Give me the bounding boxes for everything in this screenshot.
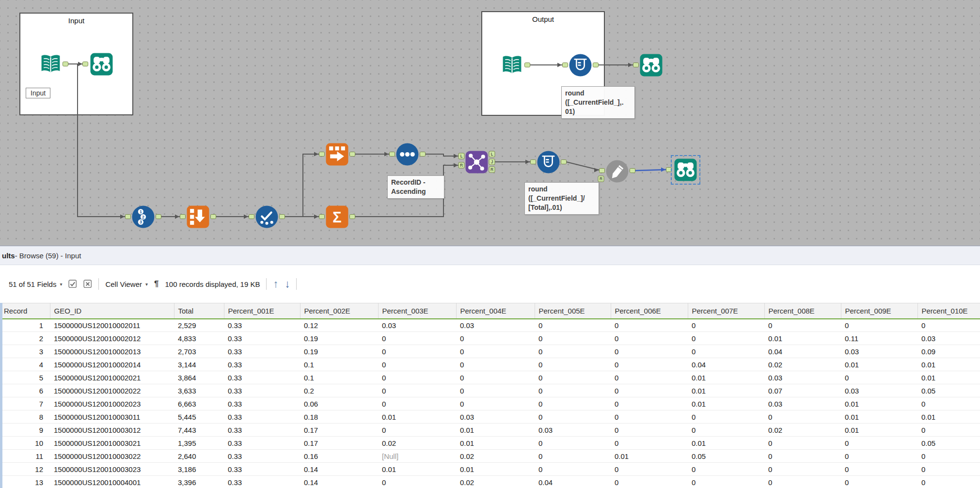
cell: 0.05	[917, 437, 980, 450]
workflow-canvas[interactable]: Input Output LRLJRR 1 2 3 Σ	[0, 0, 980, 246]
table-row[interactable]: 131500000US1200100040013,3960.330.1400.0…	[0, 476, 980, 488]
cell: 0.02	[764, 358, 841, 371]
binoculars-icon	[639, 53, 663, 77]
table-row[interactable]: 41500000US1200100020143,1440.330.100000.…	[0, 358, 980, 371]
input-ghost-label[interactable]: Input	[26, 88, 50, 98]
sort-annotation[interactable]: RecordID - Ascending	[387, 175, 444, 199]
summarize-tool[interactable]: Σ	[325, 205, 349, 229]
column-header-percent_003e[interactable]: Percent_003E	[378, 303, 456, 319]
table-row[interactable]: 121500000US1200100030233,1860.330.140.01…	[0, 463, 980, 476]
column-header-percent_002e[interactable]: Percent_002E	[300, 303, 378, 319]
cell: 9	[0, 424, 50, 437]
browse-output-tool[interactable]	[639, 53, 663, 77]
browse-input-tool[interactable]	[90, 52, 113, 76]
table-row[interactable]: 21500000US1200100020124,8330.330.1900000…	[0, 332, 980, 345]
join-tool[interactable]	[465, 150, 489, 174]
fields-selector-dropdown[interactable]: 51 of 51 Fields ▾	[9, 280, 62, 288]
cell: 5	[0, 371, 50, 384]
cross-tab-tool[interactable]	[325, 142, 349, 166]
table-row[interactable]: 51500000US1200100020213,8640.330.100000.…	[0, 371, 980, 384]
cell: 0.33	[224, 424, 300, 437]
column-header-percent_006e[interactable]: Percent_006E	[611, 303, 688, 319]
cell: 6,663	[174, 397, 224, 410]
cell: 10	[0, 437, 50, 450]
table-row[interactable]: 111500000US1200100030222,6400.330.16[Nul…	[0, 450, 980, 463]
cell: 0.03	[841, 384, 917, 397]
deselect-all-fields-icon[interactable]	[83, 280, 92, 288]
cell: 0.19	[300, 332, 378, 345]
output-formula-tool[interactable]	[569, 53, 592, 77]
cell: 0	[764, 463, 841, 476]
svg-text:R: R	[460, 163, 463, 168]
data-table[interactable]: RecordGEO_IDTotalPercent_001EPercent_002…	[0, 303, 980, 488]
cell: 0.03	[456, 410, 535, 424]
beaker-icon	[569, 53, 592, 77]
table-row[interactable]: 71500000US1200100020236,6630.330.0600000…	[0, 397, 980, 410]
table-row[interactable]: 101500000US1200100030211,3950.330.170.02…	[0, 437, 980, 450]
record-id-tool[interactable]: 1 2 3	[131, 205, 155, 229]
browse-selected-tool[interactable]	[674, 158, 697, 182]
cell: 12	[0, 463, 50, 476]
scroll-up-icon[interactable]: ↑	[273, 279, 278, 289]
scroll-down-icon[interactable]: ↓	[285, 279, 290, 289]
column-header-total[interactable]: Total	[174, 303, 224, 319]
results-grid[interactable]: RecordGEO_IDTotalPercent_001EPercent_002…	[0, 303, 980, 488]
output-data-tool[interactable]	[500, 53, 524, 77]
column-header-percent_009e[interactable]: Percent_009E	[841, 303, 917, 319]
cell: 7	[0, 397, 50, 410]
cell: 0	[611, 397, 688, 410]
cell: 0	[688, 476, 764, 488]
cell: 0	[611, 332, 688, 345]
input-data-tool[interactable]	[39, 52, 63, 76]
cell: 0.05	[917, 384, 980, 397]
cell: 0.14	[300, 463, 378, 476]
column-header-percent_001e[interactable]: Percent_001E	[224, 303, 300, 319]
column-header-geo_id[interactable]: GEO_ID	[50, 303, 174, 319]
cell-viewer-dropdown[interactable]: Cell Viewer ▾	[105, 280, 148, 288]
table-row[interactable]: 61500000US1200100020223,6330.330.200000.…	[0, 384, 980, 397]
cell: 1	[0, 319, 50, 332]
cell: 0	[535, 319, 611, 332]
multi-field-formula-tool[interactable]	[537, 150, 560, 174]
formula-annotation[interactable]: round ([_CurrentField_]/ [Total],.01)	[524, 182, 599, 215]
check-dots-tool[interactable]	[255, 205, 279, 229]
cell: 0.03	[456, 319, 535, 332]
pilcrow-icon[interactable]: ¶	[154, 279, 158, 289]
edit-pencil-tool[interactable]	[605, 159, 629, 183]
cell: 0.33	[224, 437, 300, 450]
cell: 0.33	[224, 450, 300, 463]
fields-selector-label: 51 of 51 Fields	[9, 280, 56, 288]
cell: 1500000US120010002012	[50, 332, 174, 345]
column-header-percent_010e[interactable]: Percent_010E	[917, 303, 980, 319]
cell: 0.01	[917, 410, 980, 424]
table-row[interactable]: 31500000US1200100020132,7030.330.1900000…	[0, 345, 980, 358]
cell: 0.01	[688, 397, 764, 410]
column-header-percent_008e[interactable]: Percent_008E	[764, 303, 841, 319]
cell: 0.02	[764, 424, 841, 437]
cell: 4	[0, 358, 50, 371]
cell: 0.06	[300, 397, 378, 410]
cell: 0	[917, 424, 980, 437]
cell: 3,864	[174, 371, 224, 384]
table-row[interactable]: 11500000US1200100020112,5290.330.120.030…	[0, 319, 980, 332]
select-all-fields-icon[interactable]	[68, 280, 77, 288]
cell: 0	[841, 450, 917, 463]
column-header-percent_004e[interactable]: Percent_004E	[456, 303, 535, 319]
transpose-tool[interactable]	[186, 205, 210, 229]
cell: 3,633	[174, 384, 224, 397]
cell: 0	[688, 424, 764, 437]
book-icon	[39, 52, 63, 76]
output-formula-annotation[interactable]: round ([_CurrentField_],. 01)	[561, 86, 635, 119]
sort-tool[interactable]	[395, 142, 419, 166]
column-header-percent_005e[interactable]: Percent_005E	[535, 303, 611, 319]
cell: 0	[688, 319, 764, 332]
column-header-percent_007e[interactable]: Percent_007E	[688, 303, 764, 319]
cell: 0	[611, 384, 688, 397]
column-header-record[interactable]: Record	[0, 303, 50, 319]
cell: 0	[611, 410, 688, 424]
cell: 0	[378, 371, 456, 384]
table-row[interactable]: 91500000US1200100030127,4430.330.1700.01…	[0, 424, 980, 437]
cell: 0.2	[300, 384, 378, 397]
cell: 0	[611, 358, 688, 371]
table-row[interactable]: 81500000US1200100030115,4450.330.180.010…	[0, 410, 980, 424]
